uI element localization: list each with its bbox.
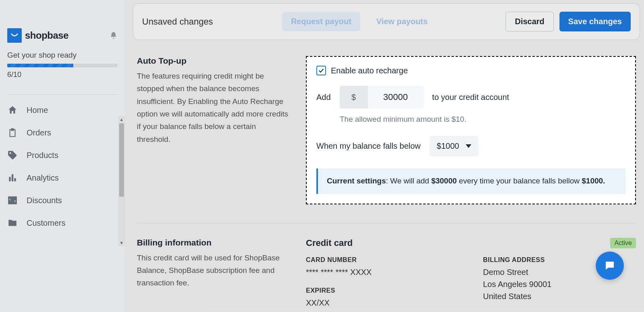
billing-title: Billing information [137,238,290,248]
currency-prefix: $ [340,86,368,108]
nav-label: Discounts [27,196,62,205]
expires-label: EXPIRES [306,287,459,294]
nav-discounts[interactable]: Discounts [7,189,125,212]
setup-count: 6/10 [7,71,118,79]
nav: Home Orders Products Analytics Discounts… [0,99,125,234]
home-icon [7,105,18,115]
save-changes-button[interactable]: Save changes [559,12,631,31]
chat-fab[interactable] [596,252,624,280]
scrollbar-thumb[interactable] [119,123,124,197]
discard-button[interactable]: Discard [506,12,553,31]
clipboard-icon [7,127,18,138]
nav-orders[interactable]: Orders [7,121,125,144]
topup-amount-input[interactable] [368,86,423,108]
unsaved-text: Unsaved changes [142,17,213,27]
logo-icon [7,28,22,43]
threshold-select[interactable]: $1000 [429,136,479,156]
svg-point-1 [14,200,15,202]
chat-icon [604,260,616,272]
divider [7,94,118,95]
minimum-help-text: The allowed minimum amount is $10. [340,115,625,124]
nav-label: Customers [27,218,66,228]
enable-auto-recharge-checkbox[interactable] [316,66,326,75]
scroll-up-icon[interactable]: ▲ [118,116,125,123]
bell-icon[interactable] [109,31,118,40]
sidebar: shopbase Get your shop ready 6/10 Home O… [0,0,125,312]
nav-label: Products [27,151,58,160]
card-number-label: CARD NUMBER [306,256,459,264]
user-folder-icon [7,218,18,228]
threshold-label: When my balance falls below [316,141,421,151]
expires-value: XX/XX [306,297,459,309]
nav-label: Orders [27,128,51,137]
threshold-value: $1000 [437,141,459,151]
logo-text: shopbase [25,30,68,41]
active-badge: Active [610,238,636,248]
enable-auto-recharge-label: Enable auto recharge [331,66,408,75]
billing-desc: This credit card will be used for ShopBa… [137,252,290,289]
auto-topup-panel: Enable auto recharge Add $ to your credi… [306,56,636,204]
main: Unsaved changes Request payout View payo… [133,0,640,312]
bar-chart-icon [7,173,18,183]
view-payouts-button[interactable]: View payouts [367,12,436,31]
request-payout-button[interactable]: Request payout [282,12,360,31]
tag-icon [7,150,18,160]
auto-topup-title: Auto Top-up [137,56,290,66]
topup-amount-input-group: $ [340,86,423,108]
card-number-value: **** **** **** XXXX [306,266,459,278]
current-settings-banner: Current settings: We will add $30000 eve… [316,168,625,194]
svg-point-0 [10,199,11,200]
percent-icon [7,195,18,206]
logo[interactable]: shopbase [7,28,68,43]
setup-progress[interactable]: Get your shop ready 6/10 [0,51,125,87]
unsaved-changes-bar: Unsaved changes Request payout View payo… [133,3,640,40]
nav-customers[interactable]: Customers [7,212,125,234]
section-divider [137,223,636,223]
add-suffix: to your credit account [432,93,509,102]
scroll-down-icon[interactable]: ▼ [118,239,125,246]
nav-home[interactable]: Home [7,99,125,121]
nav-label: Analytics [27,173,59,183]
setup-title: Get your shop ready [7,51,118,60]
chevron-down-icon [466,144,471,148]
nav-products[interactable]: Products [7,144,125,166]
nav-analytics[interactable]: Analytics [7,166,125,189]
nav-label: Home [27,106,48,115]
sidebar-scrollbar[interactable]: ▲ ▼ [118,116,125,246]
credit-card-title: Credit card [306,238,353,248]
auto-topup-desc: The features requiring credit might be s… [137,70,290,146]
progress-bar [7,64,118,67]
add-label: Add [316,93,331,102]
